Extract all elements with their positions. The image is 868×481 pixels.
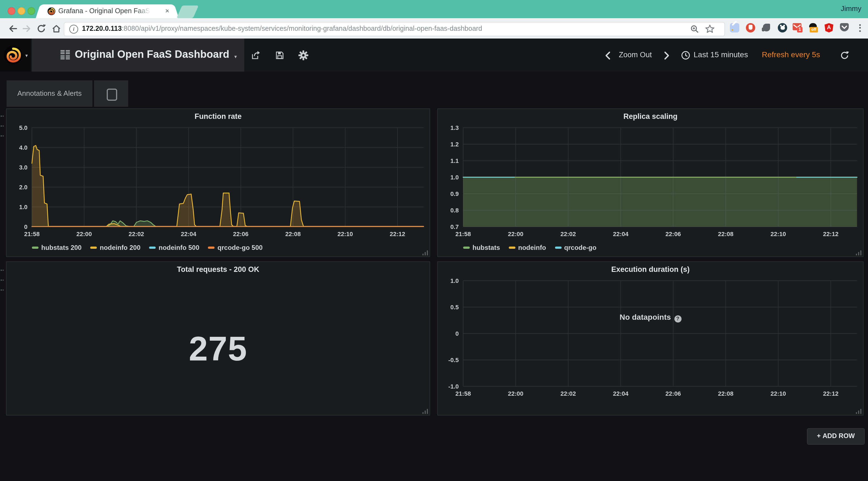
panel-resize-handle[interactable]: [855, 250, 861, 255]
svg-text:0.5: 0.5: [450, 304, 459, 311]
legend-item-nodeinfo-500[interactable]: nodeinfo 500: [149, 244, 199, 251]
zoom-out-button[interactable]: Zoom Out: [619, 51, 652, 59]
legend-label: nodeinfo 500: [159, 244, 199, 251]
svg-text:2.0: 2.0: [19, 184, 28, 191]
svg-text:1.0: 1.0: [450, 174, 459, 181]
bookmark-star-icon[interactable]: [705, 24, 715, 34]
svg-text:0.9: 0.9: [450, 190, 459, 197]
grafana-main-menu[interactable]: ▾: [0, 38, 31, 71]
mail-extension-icon[interactable]: 1: [793, 23, 802, 32]
url-text[interactable]: 172.20.0.113:8080/api/v1/proxy/namespace…: [82, 25, 482, 32]
svg-text:22:12: 22:12: [390, 231, 405, 238]
legend-label: qrcode-go: [564, 244, 596, 251]
tab-close-icon[interactable]: ×: [165, 7, 169, 15]
legend-swatch: [555, 246, 561, 249]
panel-resize-handle[interactable]: [855, 408, 861, 414]
annotations-toggle[interactable]: [94, 80, 128, 107]
panel-resize-handle[interactable]: [421, 408, 428, 414]
legend-item-qrcode-go-500[interactable]: qrcode-go 500: [208, 244, 262, 251]
replica-scaling-svg: 1.31.21.11.00.90.80.721:5822:0022:0222:0…: [441, 123, 860, 240]
svg-text:22:00: 22:00: [508, 231, 523, 238]
window-zoom-button[interactable]: [28, 7, 35, 15]
svg-text:22:06: 22:06: [233, 231, 248, 238]
settings-gear-icon[interactable]: [298, 50, 309, 61]
legend-item-hubstats[interactable]: hubstats: [463, 244, 500, 251]
panel-execution-duration[interactable]: Execution duration (s) 1.00.50-0.5-1.021…: [437, 262, 864, 416]
window-close-button[interactable]: [8, 7, 16, 15]
replica-scaling-chart: 1.31.21.11.00.90.80.721:5822:0022:0222:0…: [441, 123, 860, 240]
legend-item-nodeinfo-200[interactable]: nodeinfo 200: [91, 244, 141, 251]
svg-text:22:06: 22:06: [665, 231, 681, 238]
browser-menu-icon[interactable]: [855, 23, 865, 32]
github-extension-icon[interactable]: [778, 23, 787, 32]
pocket-extension-icon[interactable]: [840, 23, 849, 32]
refresh-icon[interactable]: [840, 51, 849, 60]
off-badge: off: [810, 27, 818, 32]
svg-text:22:10: 22:10: [770, 231, 786, 238]
panel-title[interactable]: Function rate: [7, 112, 430, 121]
svg-text:1.2: 1.2: [450, 141, 459, 148]
legend-item-hubstats-200[interactable]: hubstats 200: [32, 244, 82, 251]
time-back-chevron-icon[interactable]: [605, 51, 611, 60]
evernote-extension-icon[interactable]: [762, 23, 771, 32]
dashboard-title-button[interactable]: Original Open FaaS Dashboard ▾: [32, 38, 244, 71]
row-drag-handle[interactable]: [1, 110, 4, 119]
window-minimize-button[interactable]: [18, 7, 25, 15]
browser-toolbar: i 172.20.0.113:8080/api/v1/proxy/namespa…: [0, 18, 868, 39]
time-forward-chevron-icon[interactable]: [664, 51, 670, 60]
legend-label: nodeinfo 200: [100, 244, 141, 251]
back-icon[interactable]: [8, 24, 18, 34]
panel-total-requests[interactable]: Total requests - 200 OK 275: [6, 262, 430, 416]
no-datapoints-text: No datapoints: [620, 312, 671, 322]
browser-window: Grafana - Original Open FaaS Da × Jimmy …: [0, 0, 868, 481]
svg-text:22:12: 22:12: [823, 390, 838, 397]
panel-function-rate[interactable]: Function rate 5.04.03.02.01.0021:5822:00…: [6, 109, 430, 257]
svg-text:22:10: 22:10: [770, 390, 786, 397]
execution-duration-svg: 1.00.50-0.5-1.021:5822:0022:0222:0422:06…: [441, 276, 860, 399]
time-range-picker[interactable]: Last 15 minutes: [694, 50, 748, 59]
panel-resize-handle[interactable]: [421, 250, 428, 255]
add-row-button[interactable]: + ADD ROW: [807, 428, 865, 445]
adblock-extension-icon[interactable]: [746, 23, 755, 32]
svg-text:5.0: 5.0: [19, 124, 28, 131]
home-icon[interactable]: [51, 24, 62, 34]
angular-letter: A: [825, 23, 833, 32]
svg-text:21:58: 21:58: [456, 231, 471, 238]
svg-text:1.3: 1.3: [450, 124, 459, 131]
legend-label: qrcode-go 500: [218, 244, 262, 251]
grafana-navbar: ▾ Original Open FaaS Dashboard ▾: [0, 38, 868, 71]
save-icon[interactable]: [275, 50, 285, 61]
page-info-icon[interactable]: i: [69, 25, 78, 34]
panel-title[interactable]: Replica scaling: [438, 112, 863, 121]
dashboard-title: Original Open FaaS Dashboard: [75, 49, 229, 61]
forward-icon: [22, 24, 32, 34]
zoom-page-icon[interactable]: [690, 25, 699, 34]
browser-profile-name[interactable]: Jimmy: [841, 4, 861, 13]
reload-icon[interactable]: [36, 24, 46, 34]
panel-replica-scaling[interactable]: Replica scaling 1.31.21.11.00.90.80.721:…: [437, 109, 864, 257]
off-toggle-extension-icon[interactable]: off: [809, 23, 818, 32]
legend-label: nodeinfo: [518, 244, 546, 251]
dashboard-grid-icon: [61, 50, 70, 59]
share-icon[interactable]: [250, 50, 261, 61]
url-bar[interactable]: i 172.20.0.113:8080/api/v1/proxy/namespa…: [64, 22, 725, 36]
svg-text:22:02: 22:02: [129, 231, 144, 238]
legend-item-qrcode-go[interactable]: qrcode-go: [555, 244, 596, 251]
stylus-extension-icon[interactable]: [730, 23, 739, 32]
row-drag-handle[interactable]: [1, 264, 4, 273]
refresh-interval-picker[interactable]: Refresh every 5s: [762, 50, 820, 59]
grafana-logo-icon: [4, 46, 23, 64]
panel-title[interactable]: Execution duration (s): [438, 265, 863, 273]
legend-item-nodeinfo[interactable]: nodeinfo: [509, 244, 546, 251]
panel-title[interactable]: Total requests - 200 OK: [7, 265, 430, 273]
svg-text:22:08: 22:08: [285, 231, 301, 238]
annotations-alerts-button[interactable]: Annotations & Alerts: [7, 80, 92, 107]
angular-extension-icon[interactable]: A: [825, 23, 834, 32]
new-tab-button[interactable]: [177, 5, 198, 18]
question-circle-icon[interactable]: ?: [674, 315, 681, 323]
svg-text:22:06: 22:06: [665, 390, 681, 397]
svg-text:1.0: 1.0: [450, 277, 459, 284]
browser-tab[interactable]: Grafana - Original Open FaaS Da ×: [42, 4, 173, 18]
annotations-checkbox[interactable]: [107, 89, 117, 101]
svg-text:22:00: 22:00: [508, 390, 523, 397]
